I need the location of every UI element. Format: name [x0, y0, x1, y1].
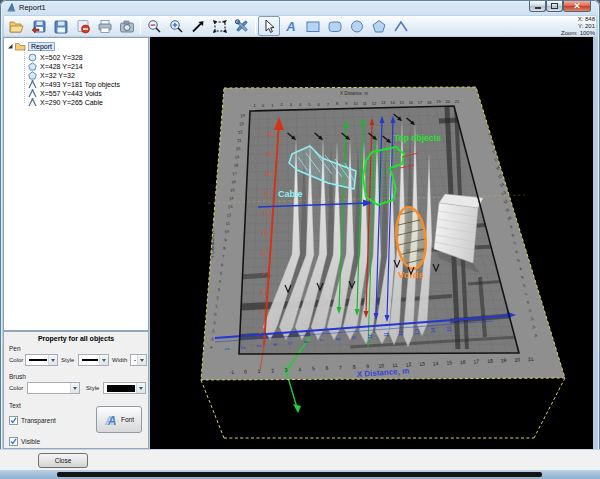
svg-text:10: 10: [367, 333, 373, 339]
combo-arrow-icon[interactable]: [99, 355, 108, 365]
svg-text:10: 10: [353, 101, 358, 106]
tree-item[interactable]: X=502 Y=328: [28, 53, 83, 62]
brush-color-swatch: [31, 385, 69, 392]
pen-width-swatch: [134, 360, 136, 361]
close-icon: ✕: [573, 2, 581, 11]
polyline-tool-icon: [393, 19, 409, 34]
rectangle-tool-button[interactable]: [302, 16, 324, 36]
combo-arrow-icon[interactable]: [70, 383, 79, 393]
font-icon: A A: [104, 413, 118, 427]
status-y: Y: 201: [561, 23, 595, 30]
svg-text:17: 17: [473, 358, 479, 365]
app-window: Report1 ✕: [0, 0, 600, 479]
svg-text:2: 2: [240, 346, 246, 349]
combo-arrow-icon[interactable]: [136, 383, 145, 393]
tools-button[interactable]: [231, 16, 253, 36]
svg-text:19: 19: [436, 99, 441, 104]
pentagon-object-icon: [28, 71, 37, 80]
svg-text:20: 20: [514, 356, 520, 363]
property-panel-title: Property for all objects: [4, 335, 148, 342]
status-zoom: Zoom: 100%: [561, 30, 595, 37]
save-as-button[interactable]: [28, 16, 50, 36]
rounded-rectangle-tool-button[interactable]: [324, 16, 346, 36]
close-button[interactable]: Close: [38, 453, 88, 468]
pentagon-tool-button[interactable]: [368, 16, 390, 36]
combo-arrow-icon[interactable]: [137, 355, 146, 365]
svg-text:17: 17: [418, 100, 423, 105]
tree-root-label[interactable]: Report: [28, 42, 55, 51]
text-tool-button[interactable]: A: [280, 16, 302, 36]
bottom-bar: Close: [0, 449, 600, 470]
svg-text:21: 21: [485, 122, 492, 129]
pointer-tool-button[interactable]: [258, 16, 280, 36]
polyline-tool-button[interactable]: [390, 16, 412, 36]
tree-item[interactable]: X=32 Y=32: [28, 71, 75, 80]
measure-arrow-button[interactable]: [187, 16, 209, 36]
pen-color-combo[interactable]: [25, 354, 58, 366]
svg-text:1: 1: [224, 347, 230, 350]
font-button[interactable]: A A Font: [96, 406, 142, 433]
svg-text:14: 14: [263, 211, 269, 216]
camera-icon: [119, 19, 135, 34]
save-button[interactable]: [50, 16, 72, 36]
svg-text:22: 22: [267, 132, 273, 137]
zoom-in-button[interactable]: [165, 16, 187, 36]
scene-canvas[interactable]: 123456789101112131415 Cable Top objects: [150, 37, 593, 449]
save-as-icon: [31, 19, 47, 34]
transparent-checkbox-row[interactable]: Transparent: [9, 416, 56, 425]
voids-label: Voids: [398, 270, 424, 280]
brush-color-label: Color: [9, 385, 23, 391]
minimize-icon: [535, 7, 541, 9]
svg-text:15: 15: [446, 326, 452, 332]
minimize-button[interactable]: [529, 1, 546, 12]
svg-text:18: 18: [487, 357, 493, 364]
print-icon: [97, 19, 113, 34]
tree-root[interactable]: Report: [7, 41, 55, 51]
object-tree[interactable]: Report X=502 Y=328 X=428 Y=214 X=32 Y=32…: [3, 37, 149, 331]
transparent-checkbox[interactable]: [9, 416, 18, 425]
brush-style-combo[interactable]: [103, 382, 146, 394]
tree-item-label: X=502 Y=328: [40, 54, 83, 61]
title-bar[interactable]: Report1 ✕: [0, 0, 600, 15]
tree-guide-line: [24, 50, 25, 103]
combo-arrow-icon[interactable]: [48, 355, 57, 365]
svg-text:A: A: [285, 19, 295, 34]
delete-button[interactable]: [72, 16, 94, 36]
svg-text:14: 14: [430, 327, 436, 333]
maximize-icon: [551, 3, 558, 9]
tools-icon: [234, 19, 250, 34]
brush-group-label: Brush: [9, 373, 26, 380]
pen-color-label: Color: [9, 357, 23, 363]
brush-color-combo[interactable]: [27, 382, 80, 394]
open-button[interactable]: [6, 16, 28, 36]
close-window-button[interactable]: ✕: [563, 1, 591, 12]
tree-expander-icon[interactable]: [7, 43, 14, 50]
pointer-icon: [261, 19, 277, 34]
pen-width-combo[interactable]: [130, 354, 147, 366]
print-button[interactable]: [94, 16, 116, 36]
maximize-button[interactable]: [546, 1, 563, 12]
fit-view-button[interactable]: [209, 16, 231, 36]
visible-checkbox-row[interactable]: Visible: [9, 437, 40, 446]
zoom-out-button[interactable]: [143, 16, 165, 36]
rounded-rectangle-tool-icon: [327, 19, 343, 34]
svg-text:16: 16: [409, 100, 414, 105]
snapshot-button[interactable]: [116, 16, 138, 36]
svg-text:15: 15: [399, 100, 404, 105]
pen-style-combo[interactable]: [78, 354, 109, 366]
brush-style-swatch: [107, 385, 135, 392]
svg-text:A: A: [107, 413, 117, 427]
visible-checkbox[interactable]: [9, 437, 18, 446]
ellipse-tool-button[interactable]: [346, 16, 368, 36]
pen-style-swatch: [82, 359, 98, 361]
polyline-object-icon: [28, 98, 37, 107]
top-objects-label: Top objects: [394, 133, 441, 143]
tree-item[interactable]: X=493 Y=181 Top objects: [28, 80, 120, 89]
svg-text:13: 13: [381, 100, 386, 105]
window-title: Report1: [19, 3, 46, 12]
svg-text:14: 14: [432, 360, 438, 367]
svg-text:5: 5: [287, 342, 293, 345]
tree-item[interactable]: X=290 Y=265 Cable: [28, 98, 103, 107]
tree-item[interactable]: X=557 Y=443 Voids: [28, 89, 102, 98]
tree-item[interactable]: X=428 Y=214: [28, 62, 83, 71]
